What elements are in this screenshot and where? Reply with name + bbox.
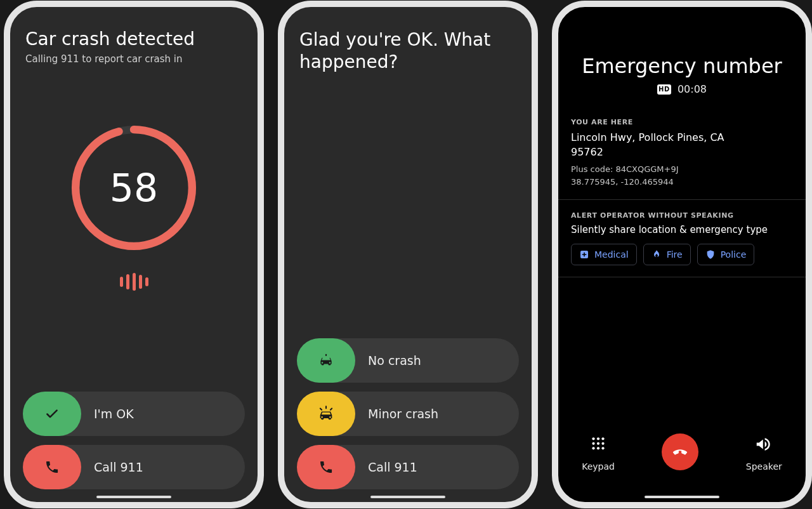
im-ok-button[interactable]: I'm OK [23, 392, 245, 436]
svg-point-10 [592, 447, 594, 449]
phone-frame-2: Glad you're OK. What happened? No crash [278, 1, 538, 508]
minor-crash-button[interactable]: Minor crash [297, 392, 519, 436]
divider [556, 277, 808, 277]
chip-medical[interactable]: Medical [571, 244, 637, 265]
svg-point-9 [601, 442, 604, 445]
emergency-title: Emergency number [571, 54, 793, 78]
no-crash-label: No crash [368, 354, 421, 367]
svg-point-12 [601, 447, 604, 449]
chip-medical-label: Medical [594, 249, 629, 260]
audio-wave-icon [25, 273, 242, 291]
car-alert-icon [297, 392, 355, 436]
minor-crash-label: Minor crash [368, 407, 438, 421]
svg-point-6 [601, 437, 604, 440]
speaker-label: Speaker [746, 461, 782, 472]
call-911-label: Call 911 [368, 460, 417, 474]
no-crash-button[interactable]: No crash [297, 338, 519, 383]
check-icon [23, 392, 81, 436]
phone-frame-1: Car crash detected Calling 911 to report… [4, 1, 264, 508]
crash-detected-subtitle: Calling 911 to report car crash in [25, 53, 242, 65]
hd-badge-icon: HD [657, 84, 671, 95]
keypad-icon [589, 435, 608, 454]
fire-icon [652, 249, 662, 260]
location-heading: YOU ARE HERE [571, 118, 793, 126]
police-icon [705, 249, 716, 260]
countdown-value: 58 [67, 121, 201, 255]
medical-icon [579, 249, 589, 260]
chip-police-label: Police [721, 249, 747, 260]
alert-heading: ALERT OPERATOR WITHOUT SPEAKING [571, 211, 793, 220]
speaker-icon [754, 435, 773, 454]
glad-ok-title: Glad you're OK. What happened? [299, 29, 516, 73]
phone-icon [23, 445, 81, 489]
keypad-button[interactable]: Keypad [582, 435, 615, 472]
divider [556, 199, 808, 200]
call-time-row: HD 00:08 [571, 83, 793, 95]
phone-icon [297, 445, 355, 489]
call-911-label: Call 911 [94, 460, 143, 474]
call-911-button[interactable]: Call 911 [297, 445, 519, 489]
hangup-button[interactable] [662, 433, 698, 470]
keypad-label: Keypad [582, 461, 615, 472]
svg-point-11 [597, 447, 599, 449]
phone-frame-3: Emergency number HD 00:08 YOU ARE HERE L… [552, 1, 812, 508]
svg-rect-2 [325, 354, 327, 356]
speaker-button[interactable]: Speaker [746, 435, 782, 472]
chip-fire-label: Fire [667, 249, 683, 260]
call-duration: 00:08 [678, 83, 707, 95]
location-address: Lincoln Hwy, Pollock Pines, CA 95762 [571, 130, 793, 159]
location-meta: Plus code: 84CXQGGM+9J 38.775945, -120.4… [571, 163, 793, 188]
hangup-icon [671, 442, 690, 461]
svg-point-8 [597, 442, 599, 445]
countdown-ring: 58 [67, 121, 201, 255]
svg-point-5 [597, 437, 599, 440]
chip-police[interactable]: Police [697, 244, 755, 265]
im-ok-label: I'm OK [94, 407, 134, 421]
svg-point-4 [592, 437, 594, 440]
alert-subtitle: Silently share location & emergency type [571, 223, 793, 237]
svg-point-7 [592, 442, 594, 445]
crash-detected-title: Car crash detected [25, 29, 242, 50]
car-icon [297, 338, 355, 383]
chip-fire[interactable]: Fire [643, 244, 691, 265]
call-911-button[interactable]: Call 911 [23, 445, 245, 489]
